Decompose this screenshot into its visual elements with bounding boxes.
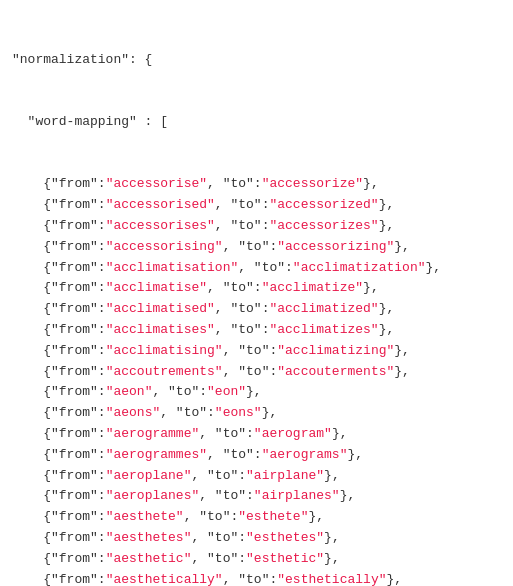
entry-line: {"from":"acclimatises", "to":"acclimatiz… [12, 320, 501, 341]
entry-line: {"from":"aesthetic", "to":"esthetic"}, [12, 549, 501, 570]
entries-list: {"from":"accessorise", "to":"accessorize… [12, 174, 501, 586]
entry-line: {"from":"aerogramme", "to":"aerogram"}, [12, 424, 501, 445]
word-mapping-line: "word-mapping" : [ [12, 112, 501, 133]
entry-line: {"from":"aerogrammes", "to":"aerograms"}… [12, 445, 501, 466]
entry-line: {"from":"aesthetes", "to":"esthetes"}, [12, 528, 501, 549]
entry-line: {"from":"aeroplane", "to":"airplane"}, [12, 466, 501, 487]
entry-line: {"from":"aeon", "to":"eon"}, [12, 382, 501, 403]
entry-line: {"from":"accoutrements", "to":"accouterm… [12, 362, 501, 383]
entry-line: {"from":"accessorises", "to":"accessoriz… [12, 216, 501, 237]
entry-line: {"from":"accessorising", "to":"accessori… [12, 237, 501, 258]
entry-line: {"from":"aesthetically", "to":"esthetica… [12, 570, 501, 586]
entry-line: {"from":"accessorised", "to":"accessoriz… [12, 195, 501, 216]
code-block: "normalization": { "word-mapping" : [ {"… [0, 0, 513, 586]
entry-line: {"from":"aesthete", "to":"esthete"}, [12, 507, 501, 528]
entry-line: {"from":"acclimatised", "to":"acclimatiz… [12, 299, 501, 320]
entry-line: {"from":"accessorise", "to":"accessorize… [12, 174, 501, 195]
entry-line: {"from":"acclimatise", "to":"acclimatize… [12, 278, 501, 299]
entry-line: {"from":"acclimatising", "to":"acclimati… [12, 341, 501, 362]
header-line: "normalization": { [12, 50, 501, 71]
entry-line: {"from":"aeroplanes", "to":"airplanes"}, [12, 486, 501, 507]
entry-line: {"from":"acclimatisation", "to":"acclima… [12, 258, 501, 279]
entry-line: {"from":"aeons", "to":"eons"}, [12, 403, 501, 424]
